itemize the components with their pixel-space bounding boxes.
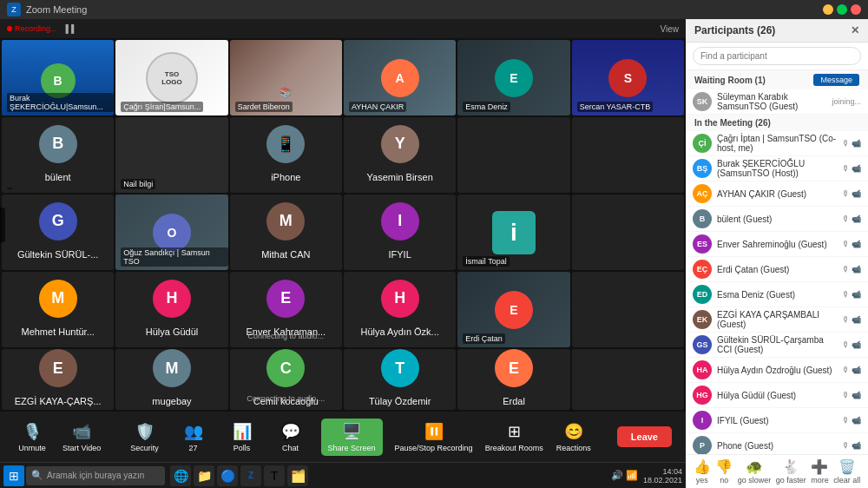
p-avatar: AÇ	[693, 184, 712, 203]
unmute-button[interactable]: 🎙️ Unmute	[14, 422, 50, 452]
reaction-faster[interactable]: 🐇 go faster	[776, 458, 806, 485]
cell-sardet: 📚 Sardet Biberon	[230, 40, 342, 115]
toolbar: 🎙️ Unmute 📹 Start Video 🛡️ Security 👥 27	[0, 412, 686, 462]
cell-ifyil: I IFYIL	[344, 195, 456, 270]
video-icon-p: 📹	[852, 416, 861, 425]
participant-search-input[interactable]	[693, 47, 861, 65]
cell-empty5	[572, 349, 684, 410]
toolbar-left: 🎙️ Unmute 📹 Start Video	[14, 422, 101, 452]
p-name: Burak ŞEKERCİOĞLU (SamsunTSO (Host))	[717, 159, 837, 178]
pause-stop-button[interactable]: ⏸️ Pause/Stop Recording	[395, 422, 473, 452]
cell-label-bulent2	[7, 188, 12, 189]
mic-icon-p: 🎙	[842, 214, 850, 223]
p-name: Erdi Çatan (Guest)	[717, 265, 837, 274]
list-item: HA Hülya Aydın Özdroğlu (Guest) 🎙 📹	[686, 358, 868, 383]
p-avatar: I	[693, 411, 712, 430]
reaction-icon: 😊	[564, 422, 583, 441]
reactions-button[interactable]: 😊 Reactions	[556, 422, 592, 452]
security-button[interactable]: 🛡️ Security	[127, 422, 163, 452]
list-item: EÇ Erdi Çatan (Guest) 🎙 📹	[686, 257, 868, 282]
chat-button[interactable]: 💬 Chat	[273, 422, 309, 452]
mic-icon-p: 🎙	[842, 139, 850, 148]
cell-label-logo: Çağrı Şİran|Samsun...	[121, 102, 203, 112]
cell-label-esma: Esma Deniz	[463, 102, 510, 112]
reaction-no[interactable]: 👎 no	[715, 458, 733, 485]
video-icon-p: 📹	[852, 391, 861, 399]
video-icon-p: 📹	[852, 214, 861, 223]
start-button[interactable]: ⊞	[3, 465, 24, 486]
reaction-yes[interactable]: 👍 yes	[694, 458, 711, 485]
start-video-button[interactable]: 📹 Start Video	[62, 422, 101, 452]
list-item: AÇ AYHAN ÇAKIR (Guest) 🎙 📹	[686, 181, 868, 207]
teams-icon[interactable]: T	[264, 465, 285, 486]
cell-tulay: T Tülay Özdemir	[344, 349, 456, 410]
cell-name-gultekin: Gültekin SÜRÜL-...	[14, 246, 102, 263]
mic-icon-p: 🎙	[842, 240, 850, 248]
list-item: I IFYIL (Guest) 🎙 📹	[686, 408, 868, 433]
cell-label-erdi: Erdi Çatan	[463, 333, 505, 344]
app-icon-5[interactable]: 🗂️	[287, 465, 308, 486]
close-button[interactable]	[851, 4, 861, 15]
cell-empty3	[572, 195, 684, 270]
leave-button[interactable]: Leave	[617, 426, 672, 447]
reaction-more[interactable]: ➕ more	[811, 458, 829, 485]
list-item: B bülent (Guest) 🎙 📹	[686, 207, 868, 232]
taskbar: ⊞ 🔍 Aramak için buraya yazın 🌐 📁 🔵 Z T 🗂…	[0, 462, 686, 488]
p-icons: 🎙 📹	[842, 315, 861, 324]
reaction-slower[interactable]: 🐢 go slower	[738, 458, 772, 485]
title-bar: Z Zoom Meeting	[0, 0, 868, 19]
p-name: EZGİ KAYA ÇARŞAMBALI (Guest)	[717, 310, 837, 329]
cell-name-ifyil: IFYIL	[385, 246, 415, 263]
p-icons: 🎙 📹	[842, 290, 861, 299]
cell-label-oguz: Oğuz Sandıkçı | Samsun TSO	[121, 247, 227, 267]
cell-mugebay: M mugebay	[115, 349, 227, 410]
panel-header: Participants (26) ✕	[686, 19, 868, 43]
list-item: P Phone (Guest) 🎙 📹	[686, 433, 868, 454]
mic-icon: 🎙️	[23, 422, 42, 441]
p-name: Phone (Guest)	[717, 441, 837, 451]
minimize-button[interactable]	[823, 4, 833, 15]
p-avatar: EÇ	[693, 260, 712, 279]
p-icons: 🎙 📹	[842, 340, 861, 349]
p-icons: 🎙 📹	[842, 164, 861, 173]
p-icons: 🎙 📹	[842, 214, 861, 223]
list-item: ES Enver Sahreminoğlu (Guest) 🎙 📹	[686, 232, 868, 257]
cell-erdi: E Erdi Çatan	[457, 272, 569, 347]
cell-name-ezgi: EZGİ KAYA-ÇARŞ...	[11, 392, 105, 410]
view-button[interactable]: View	[661, 24, 680, 34]
video-icon-p: 📹	[852, 441, 861, 450]
maximize-button[interactable]	[837, 4, 847, 15]
mic-icon-p: 🎙	[842, 189, 850, 198]
p-avatar: EK	[693, 310, 712, 329]
chrome-icon[interactable]: 🌐	[170, 465, 191, 486]
p-avatar: HA	[693, 360, 712, 379]
edge-icon[interactable]: 🔵	[217, 465, 238, 486]
video-icon-p: 📹	[852, 315, 861, 324]
p-avatar: BŞ	[693, 159, 712, 178]
close-panel-icon[interactable]: ✕	[851, 24, 859, 36]
cell-name-iphone: iPhone	[267, 168, 304, 186]
cell-name-bulent: bülent	[42, 168, 75, 186]
cell-hulya-a: H Hülya Aydın Özk...	[344, 272, 456, 347]
taskbar-search[interactable]: 🔍 Aramak için buraya yazın	[26, 466, 165, 485]
video-icon: 📹	[72, 422, 91, 441]
reaction-clear[interactable]: 🗑️ clear all	[833, 458, 860, 485]
explorer-icon[interactable]: 📁	[194, 465, 214, 486]
mic-icon-p: 🎙	[842, 290, 850, 299]
message-button[interactable]: Message	[813, 74, 859, 86]
breakout-icon: ⊞	[508, 422, 521, 441]
cell-label-ayhan: AYHAN ÇAKIR	[349, 102, 406, 112]
share-icon: 🖥️	[342, 422, 361, 441]
polls-button[interactable]: 📊 Polls	[224, 422, 260, 452]
window-title: Zoom Meeting	[26, 4, 823, 15]
participants-button[interactable]: 👥 27	[175, 422, 212, 452]
nav-left-arrow[interactable]: ‹	[0, 208, 5, 242]
zoom-taskbar-icon[interactable]: Z	[240, 465, 261, 486]
breakout-button[interactable]: ⊞ Breakout Rooms	[485, 422, 543, 452]
in-meeting-header: In the Meeting (26)	[686, 115, 868, 131]
cell-empty1	[457, 117, 569, 193]
cell-sercan: S Sercan YASAR-CTB	[572, 40, 684, 115]
recording-badge: Recording... ▐▐	[7, 24, 74, 33]
share-screen-button[interactable]: 🖥️ Share Screen	[321, 419, 383, 456]
cell-label-sardet: Sardet Biberon	[235, 102, 293, 112]
